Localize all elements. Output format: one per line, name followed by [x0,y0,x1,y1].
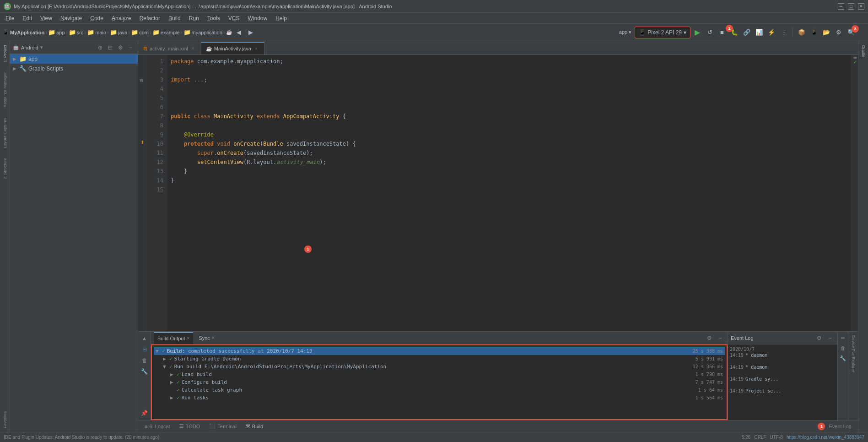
code-editor: ⬆ 1 2 3 ⊞ 4 5 6 7 8 9 10 11 12 13 14 [138,55,858,331]
project-panel-header: 🤖 Android ▾ ⊕ ⊟ ⚙ − [10,41,138,54]
build-settings[interactable]: ⚙ [705,333,714,343]
breadcrumb-app[interactable]: 📁 app [48,29,65,36]
right-panel-btn-3[interactable]: 🔧 [838,354,847,363]
breadcrumb-myapp[interactable]: 📁 myapplication [183,29,222,36]
device-file-btn[interactable]: 📂 [821,27,832,38]
sidebar-tab-layout[interactable]: Layout Captures [2,115,8,151]
build-filter-btn[interactable]: ⊟ [140,344,150,355]
menu-tools[interactable]: Tools [204,14,224,22]
code-line-4 [171,84,848,93]
device-name: Pixel 2 API 29 [647,29,682,36]
build-output-close[interactable]: × [187,336,190,341]
tab-activity-main-xml[interactable]: 🖹 activity_main.xml × [138,42,201,55]
device-selector[interactable]: 📱 Pixel 2 API 29 ▾ 2 [635,27,690,38]
device-file-explorer-label[interactable]: Device File Explorer [850,333,857,375]
event-log-settings[interactable]: ⚙ [814,333,824,343]
build-item-loadbuild[interactable]: ▶ ✓ Load build 1 s 798 ms [154,371,725,378]
cursor-position[interactable]: 5:26 [742,435,750,440]
build-item-daemon[interactable]: ▶ ✓ Starting Gradle Daemon 5 s 991 ms [154,355,725,363]
menu-build[interactable]: Build [165,14,184,22]
right-panel-btn-2[interactable]: 🗑 [838,344,847,353]
build-item-taskgraph[interactable]: ▶ ✓ Calculate task graph 1 s 64 ms [154,386,725,394]
refresh-button[interactable]: ↺ [704,27,715,38]
sidebar-tab-project[interactable]: 1: Project [2,42,8,65]
coverage-button[interactable]: 📊 [754,27,765,38]
back-button[interactable]: ◀ [233,27,244,38]
gradle-label[interactable]: Gradle [860,42,867,60]
status-link[interactable]: https://blog.csdn.net/weixin_43883947 [787,435,864,440]
encoding[interactable]: UTF-8 [770,435,783,440]
attach-button[interactable]: 🔗 [741,27,752,38]
build-item-runbuild[interactable]: ▼ ✓ Run build E:\Android\AndroidStudioPr… [154,363,725,371]
build-tab-sync[interactable]: Sync × [195,332,218,344]
tab-mainactivity-java[interactable]: ☕ MainActivity.java × [201,42,264,55]
close-button[interactable]: ✕ [858,3,864,10]
build-wrench-btn[interactable]: 🔧 [140,366,150,377]
code-line-15 [171,185,848,194]
todo-btn[interactable]: ☰ TODO [176,422,204,430]
breadcrumb-com[interactable]: 📁 com [131,29,149,36]
sidebar-tab-resource[interactable]: Resource Manager [2,70,8,110]
logcat-btn[interactable]: ≡ 6: Logcat [141,423,174,430]
breadcrumb-main[interactable]: 📁 main [87,29,106,36]
menu-window[interactable]: Window [244,14,271,22]
sync-close[interactable]: × [212,335,215,340]
settings-button[interactable]: ⚙ [833,27,844,38]
menu-vcs[interactable]: VCS [225,14,243,22]
avd-manager[interactable]: 📱 [809,27,819,38]
sync-btn[interactable]: ⊕ [96,43,105,52]
menu-refactor[interactable]: Refactor [136,14,164,22]
forward-button[interactable]: ▶ [245,27,256,38]
event-entry-1: 2020/10/7 [730,346,836,352]
build-item-root[interactable]: ▼ ✓ Build: completed successfully at 202… [154,347,725,355]
right-panel-btn-1[interactable]: ✏ [838,333,847,343]
menu-edit[interactable]: Edit [19,14,36,22]
sidebar-tab-structure[interactable]: 2: Structure [2,155,8,182]
terminal-btn[interactable]: ⬛ Terminal [205,422,240,430]
breadcrumb-file[interactable]: ☕ [226,29,232,35]
menu-help[interactable]: Help [272,14,291,22]
sdk-manager[interactable]: 📦 [796,27,807,38]
tab-close-java[interactable]: × [253,45,259,52]
sidebar-tab-favorites[interactable]: Favorites [2,409,8,431]
tab-close-xml[interactable]: × [190,45,196,52]
menu-file[interactable]: File [2,14,18,22]
build-minimize[interactable]: − [716,333,725,343]
code-content[interactable]: package com.example.myapplication; impor… [167,55,852,331]
build-item-configure[interactable]: ▶ ✓ Configure build 7 s 747 ms [154,378,725,386]
build-left-strip: ▲ ⊟ 🗑 🔧 📌 [138,332,151,420]
build-item-runtasks[interactable]: ▶ ✓ Run tasks 1 s 564 ms [154,394,725,402]
line-ending[interactable]: CRLF [754,435,766,440]
restore-button[interactable]: □ [848,3,854,10]
build-trash-btn[interactable]: 🗑 [140,355,150,366]
breadcrumb-root[interactable]: 📱 MyApplication [3,29,44,35]
breadcrumb-example[interactable]: 📁 example [152,29,180,36]
close-panel-btn[interactable]: − [126,43,135,52]
code-line-8 [171,121,848,130]
tree-item-app[interactable]: ▶ 📁 app [10,54,138,64]
breadcrumb-src[interactable]: 📁 src [69,29,84,36]
editor-scrollbar[interactable]: ✓ [852,55,858,331]
more-actions[interactable]: ⋮ [778,27,789,38]
run-button[interactable]: ▶ [692,27,703,38]
event-log-btn[interactable]: 1 Event Log [814,422,855,431]
settings-icon[interactable]: ⚙ [116,43,125,52]
collapse-all-btn[interactable]: ⊟ [106,43,115,52]
build-pin-btn[interactable]: 📌 [140,408,150,418]
menu-analyze[interactable]: Analyze [108,14,135,22]
bottom-panel: ▲ ⊟ 🗑 🔧 📌 Build Output × S [138,331,858,432]
event-log-minimize[interactable]: − [825,333,835,343]
menu-view[interactable]: View [37,14,56,22]
tree-item-gradle[interactable]: ▶ 🔧 Gradle Scripts [10,64,138,73]
code-line-2 [171,66,848,75]
scrollbar-thumb[interactable] [853,57,857,59]
minimize-button[interactable]: ─ [838,3,844,10]
build-up-btn[interactable]: ▲ [140,333,150,344]
menu-run[interactable]: Run [185,14,203,22]
menu-code[interactable]: Code [86,14,107,22]
build-tab-output[interactable]: Build Output × [154,332,193,344]
menu-navigate[interactable]: Navigate [57,14,86,22]
profile-button[interactable]: ⚡ [766,27,777,38]
build-btn[interactable]: ⚒ Build [242,422,267,430]
breadcrumb-java[interactable]: 📁 java [110,29,127,36]
